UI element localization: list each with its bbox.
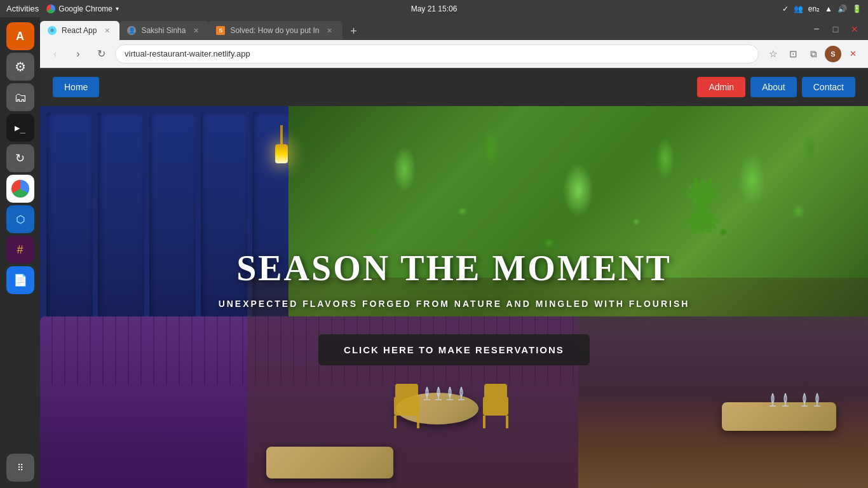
address-bar: ‹ › ↻ ☆ ⊡ ⧉ S ✕ xyxy=(40,40,868,68)
tab-react-app[interactable]: ⚛ React App ✕ xyxy=(40,21,119,40)
bookmark-button[interactable]: ☆ xyxy=(764,45,782,63)
sidebar-icon-apps-grid[interactable]: ⠿ xyxy=(6,454,34,482)
sidebar-icon-vscode[interactable]: ⬡ xyxy=(6,205,34,233)
os-system-tray: ✓ 👥 en₂ ▲ 🔊 🔋 xyxy=(782,4,862,13)
dropdown-arrow-icon: ▾ xyxy=(116,5,119,12)
sidebar-icon-updates[interactable]: ↻ xyxy=(6,144,34,172)
status-icon: ✓ xyxy=(782,4,789,13)
chrome-app-icon xyxy=(11,180,29,198)
back-button[interactable]: ‹ xyxy=(46,45,64,63)
os-topbar: Activities Google Chrome ▾ May 21 15:06 … xyxy=(0,0,868,17)
chrome-icon xyxy=(46,4,55,13)
wifi-icon: ▲ xyxy=(825,4,832,13)
users-icon: 👥 xyxy=(794,4,803,13)
website-content: Home Admin About Contact xyxy=(40,68,868,488)
settings-icon: ⚙ xyxy=(15,59,26,74)
extensions-button[interactable]: ⧉ xyxy=(804,45,822,63)
address-input[interactable] xyxy=(115,44,759,64)
sidebar-icon-docs[interactable]: 📄 xyxy=(6,266,34,294)
chrome-browser-label[interactable]: Google Chrome ▾ xyxy=(46,4,119,13)
tab-react-app-close[interactable]: ✕ xyxy=(102,25,112,36)
tab-react-app-title: React App xyxy=(62,26,97,35)
slack-icon: # xyxy=(17,243,23,257)
hero-overlay: SEASON THE MOMENT UNEXPECTED FLAVORS FOR… xyxy=(40,106,868,488)
docs-icon: 📄 xyxy=(13,273,27,287)
tab-sakshi-close[interactable]: ✕ xyxy=(191,25,201,36)
updates-icon: ↻ xyxy=(15,151,25,165)
os-sidebar: A ⚙ 🗂 ▶_ ↻ ⬡ # 📄 ⠿ xyxy=(0,17,40,488)
sakshi-favicon: 👤 xyxy=(127,26,136,35)
vscode-icon: ⬡ xyxy=(16,214,25,226)
maximize-button[interactable]: □ xyxy=(827,21,844,37)
minimize-button[interactable]: − xyxy=(808,21,825,37)
chrome-close-button[interactable]: ✕ xyxy=(844,45,862,63)
reload-button[interactable]: ↻ xyxy=(92,45,110,63)
site-nav: Home Admin About Contact xyxy=(40,68,868,106)
sidebar-icon-terminal[interactable]: ▶_ xyxy=(6,114,34,142)
stackoverflow-favicon: S xyxy=(216,26,225,35)
sidebar-icon-files[interactable]: 🗂 xyxy=(6,83,34,111)
nav-about-button[interactable]: About xyxy=(750,77,797,97)
forward-button[interactable]: › xyxy=(69,45,87,63)
profile-button[interactable]: S xyxy=(825,46,841,62)
appstore-icon: A xyxy=(16,30,24,43)
activities-button[interactable]: Activities xyxy=(6,4,39,13)
react-app-favicon: ⚛ xyxy=(48,26,57,35)
tab-stackoverflow-close[interactable]: ✕ xyxy=(325,25,335,36)
cast-button[interactable]: ⊡ xyxy=(784,45,802,63)
sidebar-icon-settings[interactable]: ⚙ xyxy=(6,53,34,81)
tab-bar: ⚛ React App ✕ 👤 Sakshi Sinha ✕ S Solved:… xyxy=(40,17,868,40)
browser-name-label: Google Chrome xyxy=(58,4,112,13)
tab-sakshi-sinha[interactable]: 👤 Sakshi Sinha ✕ xyxy=(119,21,208,40)
sidebar-icon-slack[interactable]: # xyxy=(6,236,34,264)
apps-grid-icon: ⠿ xyxy=(17,463,24,473)
tab-stackoverflow[interactable]: S Solved: How do you put In ✕ xyxy=(208,21,342,40)
nav-home-button[interactable]: Home xyxy=(53,77,99,97)
terminal-icon: ▶_ xyxy=(15,123,25,133)
nav-contact-button[interactable]: Contact xyxy=(802,77,855,97)
hero-title: SEASON THE MOMENT xyxy=(236,248,672,288)
tab-sakshi-title: Sakshi Sinha xyxy=(141,26,186,35)
sidebar-icon-chrome[interactable] xyxy=(6,175,34,203)
files-icon: 🗂 xyxy=(14,90,27,105)
volume-icon: 🔊 xyxy=(837,4,847,13)
tab-stackoverflow-title: Solved: How do you put In xyxy=(230,26,319,35)
os-datetime: May 21 15:06 xyxy=(411,4,458,13)
language-label: en₂ xyxy=(808,4,820,13)
hero-section: SEASON THE MOMENT UNEXPECTED FLAVORS FOR… xyxy=(40,106,868,488)
sidebar-icon-appstore[interactable]: A xyxy=(6,22,34,50)
nav-admin-button[interactable]: Admin xyxy=(697,77,745,97)
new-tab-button[interactable]: + xyxy=(345,22,363,40)
hero-subtitle: UNEXPECTED FLAVORS FORGED FROM NATURE AN… xyxy=(219,299,690,309)
battery-icon: 🔋 xyxy=(852,4,862,13)
window-close-button[interactable]: ✕ xyxy=(846,21,863,37)
reservation-button[interactable]: CLICK HERE TO MAKE RESERVATIONS xyxy=(318,334,590,365)
browser-window: ⚛ React App ✕ 👤 Sakshi Sinha ✕ S Solved:… xyxy=(40,17,868,488)
